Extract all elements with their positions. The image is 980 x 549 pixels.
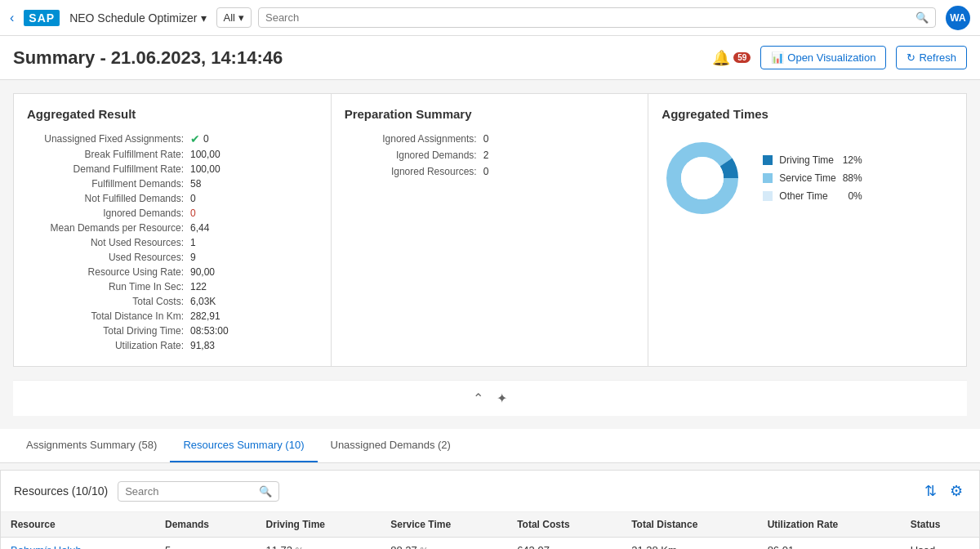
aggregated-result-table: Unassigned Fixed Assignments: ✔ 0 Break …: [27, 131, 318, 353]
agg-label: Unassigned Fixed Assignments:: [27, 133, 190, 145]
agg-row: Resource Using Rate: 90,00: [27, 265, 318, 279]
table-search-icon: 🔍: [259, 485, 272, 498]
agg-value: ✔ 0: [190, 132, 209, 145]
preparation-summary-title: Preparation Summary: [345, 107, 635, 121]
total-distance-cell: 31,38 Km: [621, 538, 757, 550]
legend-label: Other Time: [779, 190, 841, 202]
bell-icon: 🔔: [712, 49, 730, 67]
legend-item: Driving Time 12%: [763, 154, 862, 166]
col-header-demands: Demands: [155, 512, 256, 538]
table-title: Resources (10/10): [14, 484, 108, 498]
table-actions: ⇅ ⚙: [921, 479, 966, 503]
donut-legend: Driving Time 12% Service Time 88% Other …: [763, 154, 862, 202]
top-nav: ‹ SAP NEO Schedule Optimizer ▾ All ▾ 🔍 W…: [0, 0, 980, 36]
driving-time-cell: 11,72 %: [256, 538, 381, 550]
main-content: Aggregated Result Unassigned Fixed Assig…: [0, 80, 980, 429]
legend-color-box: [763, 155, 773, 165]
agg-label: Not Fulfilled Demands:: [27, 193, 190, 204]
agg-label: Demand Fulfillment Rate:: [27, 163, 190, 175]
legend-pct: 88%: [843, 172, 862, 184]
search-type-select[interactable]: All ▾: [216, 7, 252, 28]
agg-label: Break Fulfillment Rate:: [27, 149, 190, 160]
agg-value: 91,83: [190, 340, 215, 351]
search-input[interactable]: [265, 11, 915, 24]
agg-label: Utilization Rate:: [27, 340, 190, 351]
page-title: Summary - 21.06.2023, 14:14:46: [13, 47, 283, 69]
collapse-button[interactable]: ⌃: [470, 387, 487, 409]
service-time-cell: 88,27 %: [381, 538, 507, 550]
agg-row: Demand Fulfillment Rate: 100,00: [27, 162, 318, 176]
prep-value: 2: [483, 150, 489, 161]
agg-label: Not Used Resources:: [27, 237, 190, 248]
agg-label: Total Costs:: [27, 296, 190, 307]
sort-button[interactable]: ⇅: [921, 479, 940, 503]
agg-row: Total Costs: 6,03K: [27, 294, 318, 309]
agg-value: 0: [190, 208, 196, 219]
tab-assignments-summary--58-[interactable]: Assignments Summary (58): [13, 429, 170, 462]
col-header-total-distance: Total Distance: [621, 512, 757, 538]
open-visualization-button[interactable]: 📊 Open Visualization: [760, 46, 886, 69]
agg-label: Mean Demands per Resource:: [27, 222, 190, 234]
table-section: Resources (10/10) 🔍 ⇅ ⚙ ResourceDemandsD…: [0, 470, 980, 549]
legend-label: Driving Time: [779, 154, 835, 166]
agg-label: Total Distance In Km:: [27, 310, 190, 322]
agg-row: Break Fulfillment Rate: 100,00: [27, 147, 318, 162]
agg-label: Used Resources:: [27, 252, 190, 263]
agg-value: 282,91: [190, 310, 220, 322]
settings-button[interactable]: ⚙: [947, 479, 966, 503]
title-dropdown-icon: ▾: [201, 11, 207, 25]
app-title-button[interactable]: NEO Schedule Optimizer ▾: [69, 11, 206, 25]
prep-value: 0: [483, 133, 489, 145]
agg-value: 58: [190, 178, 201, 190]
legend-item: Other Time 0%: [763, 190, 862, 202]
chart-icon: 📊: [771, 51, 784, 64]
legend-label: Service Time: [779, 172, 835, 184]
notifications-button[interactable]: 🔔 59: [712, 49, 751, 67]
sap-logo: SAP: [24, 10, 60, 26]
tab-unassigned-demands--2-[interactable]: Unassigned Demands (2): [318, 429, 464, 462]
preparation-summary-panel: Preparation Summary Ignored Assignments:…: [332, 94, 649, 366]
agg-row: Total Driving Time: 08:53:00: [27, 324, 318, 338]
status-cell: Used: [901, 538, 979, 550]
agg-value: 9: [190, 252, 196, 263]
aggregated-result-panel: Aggregated Result Unassigned Fixed Assig…: [14, 94, 332, 366]
col-header-service-time: Service Time: [381, 512, 507, 538]
agg-value: 90,00: [190, 266, 215, 278]
agg-row: Used Resources: 9: [27, 250, 318, 265]
refresh-button[interactable]: ↻ Refresh: [896, 46, 967, 69]
table-search-input[interactable]: [125, 485, 256, 498]
agg-label: Resource Using Rate:: [27, 266, 190, 278]
legend-pct: 12%: [843, 154, 862, 166]
tab-resources-summary--10-[interactable]: Resources Summary (10): [170, 429, 317, 462]
back-button[interactable]: ‹: [10, 11, 14, 25]
resource-name[interactable]: Bohumír Holub: [1, 538, 155, 550]
page-header: Summary - 21.06.2023, 14:14:46 🔔 59 📊 Op…: [0, 36, 980, 80]
col-header-status: Status: [901, 512, 979, 538]
summary-panels: Aggregated Result Unassigned Fixed Assig…: [13, 93, 967, 367]
sap-logo-text: SAP: [24, 10, 60, 26]
legend-color-box: [763, 191, 773, 201]
search-box: 🔍: [258, 7, 936, 28]
agg-row: Not Fulfilled Demands: 0: [27, 191, 318, 206]
resource-link[interactable]: Bohumír Holub: [11, 544, 82, 549]
agg-row: Fulfillment Demands: 58: [27, 176, 318, 191]
filter-button[interactable]: ✦: [493, 387, 510, 409]
agg-value: 08:53:00: [190, 325, 229, 337]
agg-row: Total Distance In Km: 282,91: [27, 309, 318, 324]
agg-label: Run Time In Sec:: [27, 281, 190, 292]
agg-value: 6,44: [190, 222, 209, 234]
notif-badge: 59: [733, 52, 751, 63]
svg-point-2: [681, 157, 724, 199]
total-costs-cell: 643,97: [507, 538, 621, 550]
avatar[interactable]: WA: [946, 6, 970, 30]
agg-row: Not Used Resources: 1: [27, 235, 318, 250]
search-area: All ▾ 🔍: [216, 7, 936, 28]
col-header-total-costs: Total Costs: [507, 512, 621, 538]
app-title-text: NEO Schedule Optimizer: [69, 11, 197, 25]
agg-row: Run Time In Sec: 122: [27, 279, 318, 294]
agg-label: Fulfillment Demands:: [27, 178, 190, 190]
table-search-box: 🔍: [118, 481, 279, 502]
search-type-chevron: ▾: [238, 11, 244, 24]
tabs-bar: Assignments Summary (58)Resources Summar…: [0, 429, 980, 463]
agg-label: Total Driving Time:: [27, 325, 190, 337]
